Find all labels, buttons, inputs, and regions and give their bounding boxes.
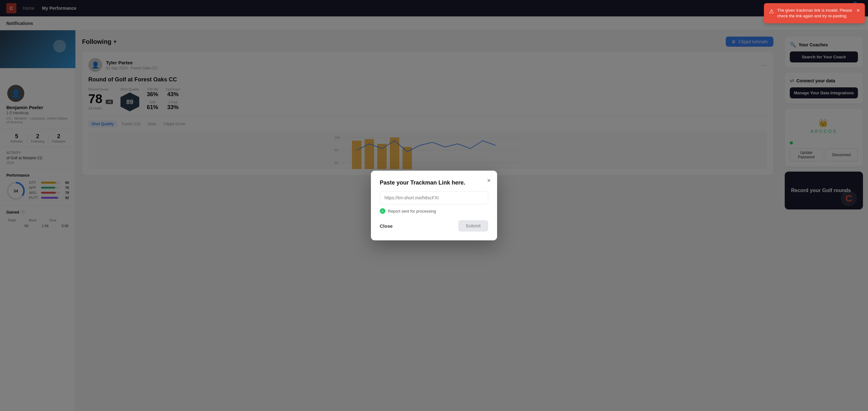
success-text: Report sent for processing	[388, 209, 436, 214]
success-checkmark-icon: ✓	[380, 208, 385, 214]
modal-overlay: Paste your Trackman Link here. × ✓ Repor…	[0, 0, 868, 411]
modal-title: Paste your Trackman Link here.	[380, 180, 488, 186]
trackman-link-input[interactable]	[380, 191, 488, 204]
modal-close-button[interactable]: Close	[380, 223, 393, 229]
toast-message: The given trackman link is invalid. Plea…	[777, 7, 853, 19]
toast-warning-icon: ⚠	[769, 8, 774, 15]
modal-submit-button[interactable]: Submit	[458, 220, 488, 231]
trackman-modal: Paste your Trackman Link here. × ✓ Repor…	[371, 171, 497, 240]
modal-close-icon-button[interactable]: ×	[487, 177, 491, 184]
modal-footer: Close Submit	[380, 220, 488, 231]
modal-success-message: ✓ Report sent for processing	[380, 208, 488, 214]
toast-notification: ⚠ The given trackman link is invalid. Pl…	[764, 3, 865, 23]
toast-close-button[interactable]: ×	[856, 7, 860, 13]
